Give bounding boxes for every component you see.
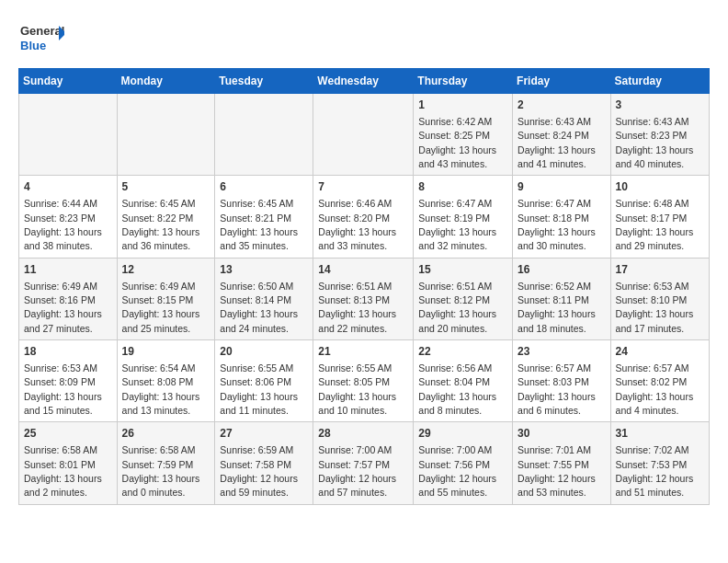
day-cell: 14Sunrise: 6:51 AM Sunset: 8:13 PM Dayli…: [313, 258, 414, 339]
header-cell-sunday: Sunday: [19, 69, 118, 94]
header-cell-friday: Friday: [513, 69, 611, 94]
week-row-1: 1Sunrise: 6:42 AM Sunset: 8:25 PM Daylig…: [19, 94, 710, 176]
day-number: 26: [122, 426, 210, 442]
day-info: Sunrise: 7:00 AM Sunset: 7:56 PM Dayligh…: [418, 444, 496, 498]
day-cell: 4Sunrise: 6:44 AM Sunset: 8:23 PM Daylig…: [19, 176, 118, 258]
day-cell: 10Sunrise: 6:48 AM Sunset: 8:17 PM Dayli…: [610, 176, 709, 258]
day-number: 14: [318, 262, 408, 278]
day-info: Sunrise: 6:43 AM Sunset: 8:24 PM Dayligh…: [518, 116, 596, 169]
day-info: Sunrise: 6:55 AM Sunset: 8:05 PM Dayligh…: [318, 362, 396, 416]
calendar-body: 1Sunrise: 6:42 AM Sunset: 8:25 PM Daylig…: [19, 94, 710, 505]
day-cell: 19Sunrise: 6:54 AM Sunset: 8:08 PM Dayli…: [117, 340, 215, 422]
day-cell: 6Sunrise: 6:45 AM Sunset: 8:21 PM Daylig…: [215, 176, 313, 258]
day-number: 30: [518, 426, 606, 442]
day-info: Sunrise: 6:46 AM Sunset: 8:20 PM Dayligh…: [318, 198, 396, 251]
day-number: 5: [122, 179, 210, 195]
header-cell-saturday: Saturday: [610, 69, 709, 94]
day-info: Sunrise: 6:53 AM Sunset: 8:10 PM Dayligh…: [616, 281, 694, 334]
day-number: 19: [122, 344, 210, 360]
day-cell: 5Sunrise: 6:45 AM Sunset: 8:22 PM Daylig…: [117, 176, 215, 258]
day-info: Sunrise: 6:52 AM Sunset: 8:11 PM Dayligh…: [518, 281, 596, 334]
week-row-4: 18Sunrise: 6:53 AM Sunset: 8:09 PM Dayli…: [19, 340, 710, 422]
day-info: Sunrise: 6:44 AM Sunset: 8:23 PM Dayligh…: [24, 198, 102, 251]
day-info: Sunrise: 6:47 AM Sunset: 8:18 PM Dayligh…: [518, 198, 596, 251]
day-cell: 18Sunrise: 6:53 AM Sunset: 8:09 PM Dayli…: [19, 340, 118, 422]
day-info: Sunrise: 6:50 AM Sunset: 8:14 PM Dayligh…: [220, 281, 298, 334]
day-cell: 15Sunrise: 6:51 AM Sunset: 8:12 PM Dayli…: [414, 258, 513, 339]
day-number: 21: [318, 344, 408, 360]
day-info: Sunrise: 6:48 AM Sunset: 8:17 PM Dayligh…: [616, 198, 694, 251]
day-cell: 7Sunrise: 6:46 AM Sunset: 8:20 PM Daylig…: [313, 176, 414, 258]
day-info: Sunrise: 6:47 AM Sunset: 8:19 PM Dayligh…: [418, 198, 496, 251]
svg-text:Blue: Blue: [20, 39, 46, 52]
day-info: Sunrise: 6:45 AM Sunset: 8:22 PM Dayligh…: [122, 198, 200, 251]
day-number: 24: [616, 344, 704, 360]
day-cell: 25Sunrise: 6:58 AM Sunset: 8:01 PM Dayli…: [19, 422, 118, 504]
logo: General Blue: [18, 18, 64, 59]
header-cell-monday: Monday: [117, 69, 215, 94]
day-cell: 16Sunrise: 6:52 AM Sunset: 8:11 PM Dayli…: [513, 258, 611, 339]
day-number: 1: [418, 98, 507, 113]
day-cell: 30Sunrise: 7:01 AM Sunset: 7:55 PM Dayli…: [513, 422, 611, 504]
logo-icon: General Blue: [18, 18, 64, 59]
page-header: General Blue: [18, 18, 710, 59]
day-number: 11: [24, 262, 112, 278]
day-cell: 3Sunrise: 6:43 AM Sunset: 8:23 PM Daylig…: [610, 94, 709, 176]
day-info: Sunrise: 6:59 AM Sunset: 7:58 PM Dayligh…: [220, 444, 298, 498]
day-number: 2: [518, 98, 606, 113]
header-cell-thursday: Thursday: [414, 69, 513, 94]
calendar-table: SundayMondayTuesdayWednesdayThursdayFrid…: [18, 68, 710, 505]
day-info: Sunrise: 6:42 AM Sunset: 8:25 PM Dayligh…: [418, 116, 496, 169]
day-cell: [19, 94, 118, 176]
day-number: 20: [220, 344, 308, 360]
day-number: 28: [318, 426, 408, 442]
day-number: 13: [220, 262, 308, 278]
day-cell: 1Sunrise: 6:42 AM Sunset: 8:25 PM Daylig…: [414, 94, 513, 176]
day-number: 17: [616, 262, 704, 278]
day-number: 6: [220, 179, 308, 195]
day-cell: [215, 94, 313, 176]
week-row-5: 25Sunrise: 6:58 AM Sunset: 8:01 PM Dayli…: [19, 422, 710, 504]
day-info: Sunrise: 6:57 AM Sunset: 8:02 PM Dayligh…: [616, 362, 694, 416]
day-cell: 22Sunrise: 6:56 AM Sunset: 8:04 PM Dayli…: [414, 340, 513, 422]
day-number: 12: [122, 262, 210, 278]
day-info: Sunrise: 6:43 AM Sunset: 8:23 PM Dayligh…: [616, 116, 694, 169]
day-number: 22: [418, 344, 507, 360]
day-info: Sunrise: 6:49 AM Sunset: 8:15 PM Dayligh…: [122, 281, 200, 334]
day-info: Sunrise: 6:45 AM Sunset: 8:21 PM Dayligh…: [220, 198, 298, 251]
day-info: Sunrise: 7:01 AM Sunset: 7:55 PM Dayligh…: [518, 444, 596, 498]
header-cell-tuesday: Tuesday: [215, 69, 313, 94]
day-cell: 21Sunrise: 6:55 AM Sunset: 8:05 PM Dayli…: [313, 340, 414, 422]
day-info: Sunrise: 6:54 AM Sunset: 8:08 PM Dayligh…: [122, 362, 200, 416]
day-number: 16: [518, 262, 606, 278]
day-info: Sunrise: 6:57 AM Sunset: 8:03 PM Dayligh…: [518, 362, 596, 416]
day-cell: 29Sunrise: 7:00 AM Sunset: 7:56 PM Dayli…: [414, 422, 513, 504]
day-number: 4: [24, 179, 112, 195]
day-cell: 8Sunrise: 6:47 AM Sunset: 8:19 PM Daylig…: [414, 176, 513, 258]
day-info: Sunrise: 7:02 AM Sunset: 7:53 PM Dayligh…: [616, 444, 694, 498]
day-cell: 13Sunrise: 6:50 AM Sunset: 8:14 PM Dayli…: [215, 258, 313, 339]
day-info: Sunrise: 6:58 AM Sunset: 8:01 PM Dayligh…: [24, 444, 102, 498]
day-cell: 31Sunrise: 7:02 AM Sunset: 7:53 PM Dayli…: [610, 422, 709, 504]
day-cell: 11Sunrise: 6:49 AM Sunset: 8:16 PM Dayli…: [19, 258, 118, 339]
day-number: 8: [418, 179, 507, 195]
day-info: Sunrise: 6:55 AM Sunset: 8:06 PM Dayligh…: [220, 362, 298, 416]
day-cell: 2Sunrise: 6:43 AM Sunset: 8:24 PM Daylig…: [513, 94, 611, 176]
day-cell: 27Sunrise: 6:59 AM Sunset: 7:58 PM Dayli…: [215, 422, 313, 504]
day-cell: 17Sunrise: 6:53 AM Sunset: 8:10 PM Dayli…: [610, 258, 709, 339]
day-cell: 23Sunrise: 6:57 AM Sunset: 8:03 PM Dayli…: [513, 340, 611, 422]
day-info: Sunrise: 6:49 AM Sunset: 8:16 PM Dayligh…: [24, 281, 102, 334]
day-number: 23: [518, 344, 606, 360]
day-info: Sunrise: 6:53 AM Sunset: 8:09 PM Dayligh…: [24, 362, 102, 416]
day-cell: 12Sunrise: 6:49 AM Sunset: 8:15 PM Dayli…: [117, 258, 215, 339]
day-cell: [117, 94, 215, 176]
week-row-2: 4Sunrise: 6:44 AM Sunset: 8:23 PM Daylig…: [19, 176, 710, 258]
day-number: 29: [418, 426, 507, 442]
header-cell-wednesday: Wednesday: [313, 69, 414, 94]
day-number: 15: [418, 262, 507, 278]
svg-text:General: General: [20, 24, 64, 38]
week-row-3: 11Sunrise: 6:49 AM Sunset: 8:16 PM Dayli…: [19, 258, 710, 339]
day-number: 7: [318, 179, 408, 195]
day-number: 27: [220, 426, 308, 442]
day-info: Sunrise: 7:00 AM Sunset: 7:57 PM Dayligh…: [318, 444, 396, 498]
